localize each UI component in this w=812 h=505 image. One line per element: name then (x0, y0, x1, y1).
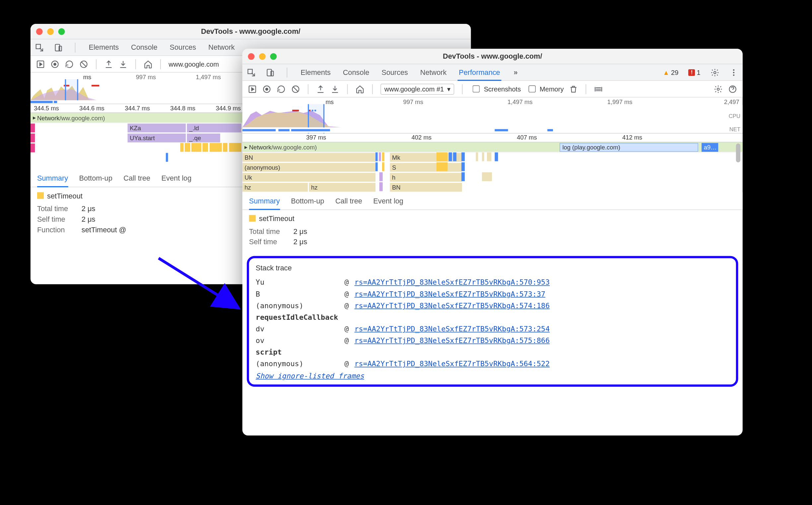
record-icon[interactable] (262, 85, 271, 94)
tick: 997 ms (136, 73, 156, 80)
subtab-bottomup[interactable]: Bottom-up (79, 173, 112, 184)
flame-bar[interactable]: (anonymous) (242, 163, 375, 172)
show-ignore-listed-link[interactable]: Show ignore-listed frames (256, 372, 364, 380)
subtab-calltree[interactable]: Call tree (335, 195, 362, 206)
stack-link[interactable]: rs=AA2YrTtTjPD_83NeleSxfEZ7rTB5vRKbgA:57… (354, 325, 550, 333)
warnings-badge[interactable]: ▲29 (663, 68, 678, 76)
value: 2 μs (293, 227, 307, 235)
titlebar[interactable]: DevTools - www.google.com/ (242, 49, 743, 64)
tab-network[interactable]: Network (207, 40, 236, 55)
errors-badge[interactable]: !1 (688, 68, 700, 76)
trash-icon[interactable] (569, 85, 578, 94)
tab-elements[interactable]: Elements (300, 65, 332, 80)
device-icon[interactable] (266, 68, 275, 77)
flame-bar[interactable]: BN (242, 153, 375, 162)
stack-link[interactable]: rs=AA2YrTtTjPD_83NeleSxfEZ7rTB5vRKbgA:57… (354, 302, 550, 310)
upload-icon[interactable] (316, 85, 325, 94)
flame-bar[interactable]: hz (242, 183, 308, 192)
flame-bar[interactable] (30, 124, 35, 133)
flame-bar[interactable]: h (390, 173, 462, 182)
profile-selector[interactable]: www.google.com #1 ▾ (380, 83, 454, 95)
stack-link[interactable]: rs=AA2YrTtTjPD_83NeleSxfEZ7rTB5vRKbgA:57… (354, 278, 550, 286)
minimize-icon[interactable] (259, 53, 266, 60)
tab-console[interactable]: Console (130, 40, 158, 55)
download-icon[interactable] (331, 85, 340, 94)
expand-icon[interactable]: ▸ (242, 144, 248, 151)
ruler-tick: 397 ms (306, 134, 326, 141)
inspect-icon[interactable] (247, 68, 256, 77)
titlebar[interactable]: DevTools - www.google.com/ (30, 24, 471, 39)
stack-link[interactable]: rs=AA2YrTtTjPD_83NeleSxfEZ7rTB5vRKbgA:56… (354, 359, 550, 368)
flame-bar[interactable]: Uk (242, 173, 375, 182)
network-bar[interactable]: log (play.google.com) (560, 143, 698, 152)
ruler[interactable]: 397 ms 402 ms 407 ms 412 ms (242, 134, 743, 143)
subtab-summary[interactable]: Summary (249, 195, 280, 210)
tab-elements[interactable]: Elements (88, 40, 120, 55)
traffic-lights[interactable] (248, 53, 277, 60)
net-label: NET (729, 126, 740, 132)
flame-bar[interactable]: _.ld (187, 124, 241, 133)
close-icon[interactable] (248, 53, 254, 60)
separator (462, 84, 463, 94)
upload-icon[interactable] (104, 60, 113, 68)
shortcuts-icon[interactable] (594, 85, 603, 94)
tab-network[interactable]: Network (419, 65, 448, 80)
kebab-icon[interactable] (729, 68, 738, 77)
tab-sources[interactable]: Sources (168, 40, 197, 55)
separator (160, 59, 161, 69)
subtab-eventlog[interactable]: Event log (373, 195, 403, 206)
reload-icon[interactable] (65, 60, 74, 68)
play-icon[interactable] (248, 85, 257, 94)
expand-icon[interactable]: ▸ (30, 114, 36, 121)
flame-bar[interactable]: hz (309, 183, 375, 192)
selection-range[interactable] (65, 79, 78, 103)
subtab-summary[interactable]: Summary (37, 173, 68, 187)
minimize-icon[interactable] (47, 28, 54, 34)
gear-icon[interactable] (714, 85, 723, 94)
network-row[interactable]: ▸ Network /ww.google.com) log (play.goog… (242, 143, 743, 152)
stack-link[interactable]: rs=AA2YrTtTjPD_83NeleSxfEZ7rTB5vRKbgA:57… (354, 290, 545, 298)
network-bar[interactable]: a9… (702, 143, 718, 152)
play-icon[interactable] (36, 60, 45, 68)
gear-icon[interactable] (710, 68, 719, 77)
svg-rect-8 (92, 85, 99, 87)
tab-console[interactable]: Console (342, 65, 370, 80)
inspect-icon[interactable] (35, 43, 44, 52)
download-icon[interactable] (119, 60, 128, 68)
record-icon[interactable] (50, 60, 60, 68)
at-symbol: @ (344, 278, 354, 286)
zoom-icon[interactable] (59, 28, 65, 34)
clear-icon[interactable] (79, 60, 88, 68)
flame-bar[interactable]: _.qe (187, 134, 220, 143)
flame-bar[interactable]: S (390, 163, 462, 172)
overview-timeline[interactable]: ms 997 ms 1,497 ms 1,997 ms 2,497 CPU (242, 98, 743, 134)
subtab-eventlog[interactable]: Event log (161, 173, 192, 184)
close-icon[interactable] (36, 28, 43, 34)
home-icon[interactable] (356, 85, 364, 94)
flame-bar[interactable] (30, 134, 35, 143)
help-icon[interactable] (728, 85, 737, 94)
stack-link[interactable]: rs=AA2YrTtTjPD_83NeleSxfEZ7rTB5vRKbgA:57… (354, 336, 550, 345)
url-label: www.google.com (168, 60, 219, 67)
flame-bar[interactable]: KZa (128, 124, 186, 133)
reload-icon[interactable] (277, 85, 285, 94)
tab-sources[interactable]: Sources (380, 65, 409, 80)
clear-icon[interactable] (291, 85, 300, 94)
cpu-strip[interactable]: CPU (242, 105, 743, 128)
tab-performance[interactable]: Performance (458, 64, 501, 80)
cpu-chart (30, 85, 241, 101)
screenshots-checkbox[interactable]: Screenshots (471, 83, 521, 94)
subtab-bottomup[interactable]: Bottom-up (291, 195, 324, 206)
flame-bar[interactable]: UYa.start (128, 134, 186, 143)
memory-checkbox[interactable]: Memory (527, 83, 564, 94)
subtab-calltree[interactable]: Call tree (123, 173, 150, 184)
home-icon[interactable] (144, 60, 152, 68)
device-icon[interactable] (54, 43, 63, 52)
flame-bar[interactable] (30, 144, 35, 152)
flame-bar[interactable]: BN (390, 183, 462, 192)
flame-chart[interactable]: BN Mk (anonymous) S (242, 152, 743, 192)
more-tabs-icon[interactable]: » (511, 68, 520, 77)
ruler-tick: 344.9 ms (216, 105, 241, 111)
traffic-lights[interactable] (36, 28, 65, 34)
zoom-icon[interactable] (270, 53, 277, 60)
